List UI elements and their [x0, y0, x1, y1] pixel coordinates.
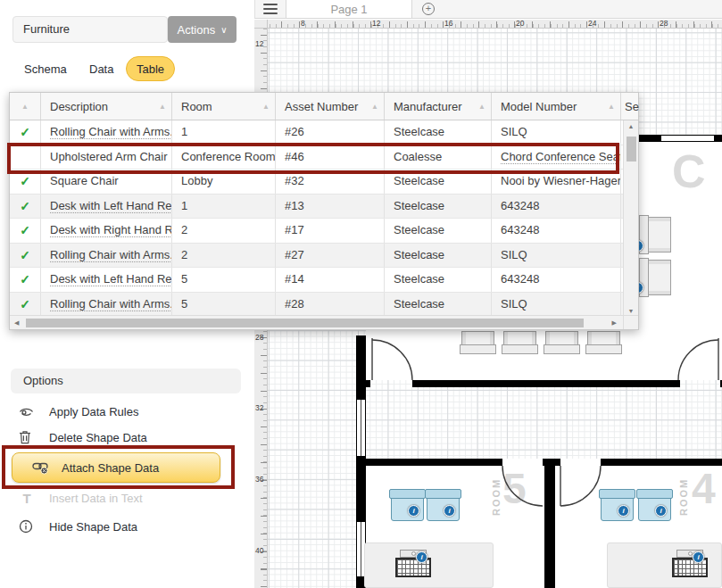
- shape-data-info-icon[interactable]: i: [416, 551, 427, 563]
- check-icon: ✓: [20, 297, 30, 311]
- chair-shape[interactable]: [503, 331, 536, 354]
- link-icon: [32, 460, 49, 475]
- ruler-label: 32: [255, 403, 263, 412]
- check-icon: ✓: [20, 248, 30, 262]
- tab-data[interactable]: Data: [89, 62, 113, 76]
- column-header-status[interactable]: ▲: [10, 93, 41, 120]
- text-icon: T: [19, 491, 35, 506]
- info-circle-icon: [19, 519, 35, 534]
- chair-shape[interactable]: [639, 260, 671, 295]
- option-insert-data-in-text: T Insert Data in Text: [0, 487, 254, 509]
- table-header-row: ▲ Description▲ Room▲ Asset Number▲ Manuf…: [10, 93, 638, 120]
- tab-schema[interactable]: Schema: [24, 62, 67, 76]
- eye-icon: [19, 406, 35, 418]
- check-icon: ✓: [20, 272, 30, 286]
- table-row[interactable]: ✓ Square Chair Lobby #32 Steelcase Nooi …: [10, 170, 638, 195]
- option-delete-shape-data[interactable]: Delete Shape Data: [0, 427, 254, 448]
- add-page-button[interactable]: +: [412, 0, 444, 18]
- chair-shape[interactable]: [587, 331, 620, 354]
- check-icon: ✓: [20, 223, 30, 237]
- scroll-down-icon[interactable]: ▼: [624, 308, 638, 314]
- chevron-down-icon: ∨: [220, 25, 227, 35]
- sort-asc-icon: ▲: [371, 103, 378, 111]
- vertical-scrollbar[interactable]: ▲ ▼: [623, 120, 638, 317]
- chair-shape-highlighted[interactable]: [601, 489, 634, 521]
- option-label: Apply Data Rules: [49, 405, 138, 418]
- ruler-label: 8: [301, 19, 305, 28]
- page-tab-bar: Page 1 +: [254, 0, 722, 19]
- shape-data-info-icon[interactable]: i: [408, 505, 419, 517]
- table-row[interactable]: ✓ Desk with Left Hand Re... 1 #13 Steelc…: [10, 195, 638, 219]
- check-icon: ✓: [20, 125, 30, 139]
- option-label: Insert Data in Text: [49, 492, 143, 505]
- tab-table[interactable]: Table: [126, 56, 175, 81]
- trash-icon: [19, 430, 35, 444]
- ruler-label: 28: [660, 19, 668, 28]
- data-table-popup: ▲ Description▲ Room▲ Asset Number▲ Manuf…: [9, 92, 639, 330]
- option-label: Attach Shape Data: [62, 461, 159, 475]
- sort-asc-icon: ▲: [262, 103, 270, 111]
- column-header-room[interactable]: Room▲: [172, 93, 276, 120]
- option-label: Hide Shape Data: [49, 520, 137, 534]
- chair-shape[interactable]: [545, 331, 578, 354]
- shape-data-info-icon[interactable]: i: [693, 551, 704, 563]
- table-row[interactable]: ✓ Desk with Right Hand R... 2 #17 Steelc…: [10, 219, 638, 244]
- scrollbar-corner: [623, 315, 638, 329]
- sort-asc-icon: ▲: [159, 103, 166, 111]
- actions-button[interactable]: Actions ∨: [168, 16, 237, 43]
- ruler-label: 36: [255, 475, 263, 484]
- check-icon: ✓: [20, 199, 30, 213]
- sort-asc-icon: ▲: [608, 103, 615, 111]
- table-row[interactable]: ✓ Rolling Chair with Arms... 1 #26 Steel…: [10, 120, 638, 145]
- shape-data-info-icon[interactable]: i: [655, 505, 667, 517]
- vertical-scrollbar-thumb[interactable]: [627, 137, 636, 161]
- chair-shape-highlighted[interactable]: [391, 489, 424, 521]
- chair-shape[interactable]: [461, 331, 494, 354]
- ruler-label: 12: [255, 39, 263, 48]
- column-header-description[interactable]: Description▲: [41, 93, 172, 120]
- page-tab[interactable]: Page 1: [286, 0, 412, 18]
- shape-data-info-icon[interactable]: i: [444, 505, 455, 517]
- sort-asc-icon: ▲: [21, 103, 29, 111]
- table-row[interactable]: ✓ Rolling Chair with Arms... 2 #27 Steel…: [10, 244, 638, 269]
- page-tab-label: Page 1: [330, 3, 367, 16]
- ruler-label: 28: [255, 333, 263, 342]
- options-header: Options: [11, 369, 241, 393]
- chair-shape-highlighted[interactable]: [427, 489, 460, 521]
- ruler-label: 20: [516, 19, 524, 28]
- chair-shape-highlighted[interactable]: [638, 489, 671, 521]
- dataset-name-field[interactable]: Furniture: [12, 16, 168, 43]
- horizontal-ruler: 8 12 16 20 24 28: [268, 20, 722, 29]
- plus-icon: +: [422, 3, 435, 15]
- ruler-label: 40: [255, 546, 263, 555]
- check-icon: ✓: [20, 174, 30, 188]
- ruler-label: 16: [444, 19, 452, 28]
- option-attach-shape-data[interactable]: Attach Shape Data: [12, 452, 220, 483]
- ruler-label: 12: [372, 19, 380, 28]
- app-window: Page 1 + 8 12 16 20 24 28 12 28 32 36 40: [0, 0, 722, 588]
- chair-shape[interactable]: [639, 217, 671, 253]
- table-row[interactable]: ✓ Rolling Chair with Arms... 5 #28 Steel…: [10, 293, 638, 318]
- option-apply-data-rules[interactable]: Apply Data Rules: [0, 401, 254, 422]
- scroll-right-icon[interactable]: ▶: [612, 316, 617, 329]
- table-row[interactable]: ✓ Desk with Left Hand Re... 5 #14 Steelc…: [10, 268, 638, 293]
- actions-button-label: Actions: [178, 23, 216, 37]
- sort-asc-icon: ▲: [478, 103, 485, 111]
- column-header-model-number[interactable]: Model Number▲: [492, 93, 621, 120]
- column-header-manufacturer[interactable]: Manufacturer▲: [385, 93, 492, 120]
- scroll-up-icon[interactable]: ▲: [624, 123, 638, 129]
- scroll-left-icon[interactable]: ◀: [14, 316, 19, 329]
- column-header-se[interactable]: Se: [621, 93, 640, 120]
- horizontal-scrollbar-thumb[interactable]: [26, 319, 584, 327]
- shape-data-info-icon[interactable]: i: [618, 505, 629, 517]
- horizontal-scrollbar[interactable]: ◀ ▶: [10, 315, 624, 329]
- table-row-selected[interactable]: Upholstered Arm Chair Conference Room #4…: [10, 145, 638, 170]
- page-menu-icon[interactable]: [255, 0, 286, 18]
- tab-table-label: Table: [137, 62, 164, 76]
- ruler-corner: [254, 20, 268, 29]
- option-hide-shape-data[interactable]: Hide Shape Data: [0, 516, 254, 537]
- ruler-label: 24: [588, 19, 596, 28]
- option-label: Delete Shape Data: [49, 431, 147, 444]
- column-header-asset-number[interactable]: Asset Number▲: [276, 93, 385, 120]
